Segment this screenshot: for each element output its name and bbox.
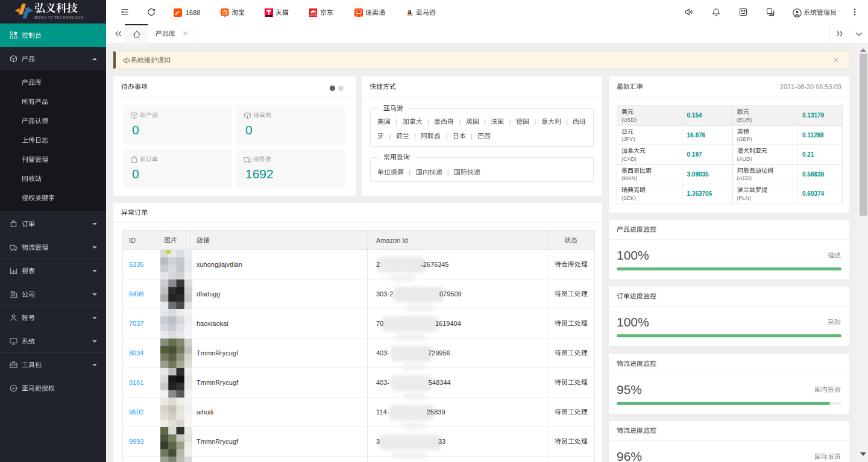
svg-text:JD.COM: JD.COM bbox=[310, 14, 317, 16]
